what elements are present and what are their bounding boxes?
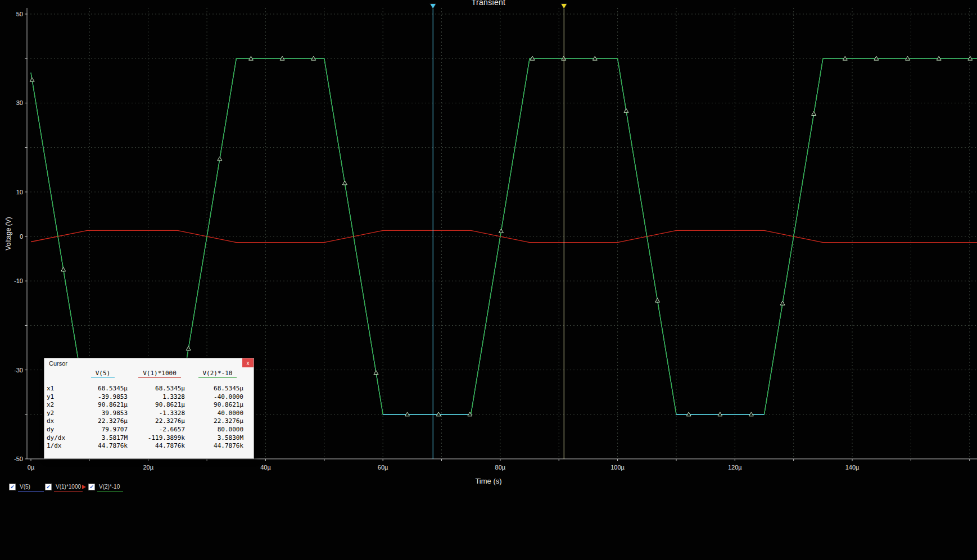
data-point-marker	[780, 301, 785, 305]
cursor-window[interactable]: Cursor x V(5)V(1)*1000V(2)*-10x168.5345µ…	[44, 358, 254, 459]
y-tick-label: 0	[20, 233, 23, 240]
cursor-value: -40.0000	[188, 393, 247, 402]
cursor-row-label: y2	[47, 409, 75, 418]
cursor-value: 80.0000	[188, 426, 247, 434]
active-trace-arrow-icon	[82, 485, 86, 489]
cursor-value: 68.5345µ	[75, 385, 131, 393]
legend-trace-label: V(5)	[18, 484, 44, 492]
cursor-value: 90.8621µ	[131, 401, 188, 409]
cursor-value: 44.7876k	[131, 442, 188, 450]
cursor-row-label: dy/dx	[47, 434, 75, 443]
cursor-value: 3.5817M	[75, 434, 131, 443]
cursor-value: 22.3276µ	[188, 417, 247, 426]
close-icon[interactable]: x	[242, 358, 254, 367]
x-tick-label: 140µ	[845, 464, 860, 471]
data-point-marker	[218, 157, 222, 161]
cursor-row-label: 1/dx	[47, 442, 75, 450]
cursor-value: 22.3276µ	[75, 417, 131, 426]
cursor-value: 3.5830M	[188, 434, 247, 443]
data-point-marker	[499, 229, 503, 233]
data-point-marker	[186, 347, 191, 350]
y-tick-label: 30	[16, 99, 23, 106]
trace-visibility-checkbox[interactable]: ✔	[9, 484, 16, 490]
cursor-table-row: y1-39.98531.3328-40.0000	[47, 393, 251, 402]
cursor-table-row: dy79.9707-2.665780.0000	[47, 426, 251, 434]
data-point-marker	[61, 267, 66, 271]
y-tick-label: 10	[16, 189, 23, 195]
cursor-value: -1.3328	[131, 409, 188, 418]
cursor-value: 44.7876k	[188, 442, 247, 450]
x-tick-label: 80µ	[495, 464, 506, 471]
cursor-value: 90.8621µ	[188, 401, 247, 409]
cursor-measurements-table: V(5)V(1)*1000V(2)*-10x168.5345µ68.5345µ6…	[44, 368, 254, 452]
cursor-value: 68.5345µ	[131, 385, 188, 393]
x-tick-label: 100µ	[610, 464, 625, 471]
data-point-marker	[374, 371, 378, 375]
legend-item-v-1-1000[interactable]: ✔V(1)*1000	[45, 484, 83, 492]
waveform-viewer: 0µ20µ40µ60µ80µ100µ120µ140µ5030100-10-30-…	[0, 0, 977, 560]
cursor-value: -39.9853	[75, 393, 131, 402]
cursor-column-header: V(1)*1000	[138, 370, 181, 378]
cursor-table-row: dy/dx3.5817M-119.3899k3.5830M	[47, 434, 251, 443]
chart-title: Transient	[0, 0, 977, 7]
data-point-marker	[812, 111, 816, 115]
trace-visibility-checkbox[interactable]: ✔	[45, 484, 52, 490]
legend-trace-label: V(1)*1000	[54, 484, 83, 492]
x-tick-label: 0µ	[28, 464, 35, 471]
cursor-row-label: dx	[47, 417, 75, 426]
data-point-marker	[30, 78, 34, 81]
x-tick-label: 40µ	[260, 464, 271, 471]
y-axis-label: Voltage (V)	[4, 210, 13, 257]
cursor-table-row: y239.9853-1.332840.0000	[47, 409, 251, 418]
x-tick-label: 120µ	[728, 464, 742, 471]
trace-legend: ✔V(5)✔V(1)*1000✔V(2)*-10	[0, 484, 977, 496]
cursor-row-label: x1	[47, 385, 75, 393]
cursor-row-label: x2	[47, 401, 75, 409]
cursor-value: 22.3276µ	[131, 417, 188, 426]
cursor-value: -119.3899k	[131, 434, 188, 443]
legend-trace-label: V(2)*-10	[97, 484, 123, 492]
legend-item-v-2-10[interactable]: ✔V(2)*-10	[82, 484, 123, 492]
x-tick-label: 20µ	[143, 464, 153, 471]
cursor-table-header: V(5)V(1)*1000V(2)*-10	[47, 370, 251, 378]
cursor-table-row: x290.8621µ90.8621µ90.8621µ	[47, 401, 251, 409]
cursor-value: 68.5345µ	[188, 385, 247, 393]
data-point-marker	[342, 181, 347, 185]
cursor-value: 40.0000	[188, 409, 247, 418]
cursor-value: 79.9707	[75, 426, 131, 434]
legend-item-v-5-[interactable]: ✔V(5)	[9, 484, 44, 492]
cursor-column-header: V(2)*-10	[198, 370, 237, 378]
y-tick-label: -10	[14, 277, 23, 284]
cursor-window-titlebar[interactable]: Cursor x	[44, 358, 254, 368]
y-tick-label: -30	[14, 367, 23, 374]
cursor-row-label: dy	[47, 426, 75, 434]
cursor-row-label: y1	[47, 393, 75, 402]
x-tick-label: 60µ	[378, 464, 388, 471]
cursor-column-header: V(5)	[91, 370, 115, 378]
cursor-window-title: Cursor	[49, 360, 67, 367]
cursor-table-row: dx22.3276µ22.3276µ22.3276µ	[47, 417, 251, 426]
trace-visibility-checkbox[interactable]: ✔	[88, 484, 95, 490]
y-tick-label: -50	[14, 456, 23, 462]
cursor-value: 39.9853	[75, 409, 131, 418]
cursor-value: 90.8621µ	[75, 401, 131, 409]
cursor-table-row: 1/dx44.7876k44.7876k44.7876k	[47, 442, 251, 450]
data-point-marker	[655, 298, 660, 302]
cursor-value: 1.3328	[131, 393, 188, 402]
cursor-value: 44.7876k	[75, 442, 131, 450]
data-point-marker	[624, 108, 628, 112]
cursor-value: -2.6657	[131, 426, 188, 434]
y-tick-label: 50	[16, 11, 23, 17]
cursor-table-row: x168.5345µ68.5345µ68.5345µ	[47, 385, 251, 393]
